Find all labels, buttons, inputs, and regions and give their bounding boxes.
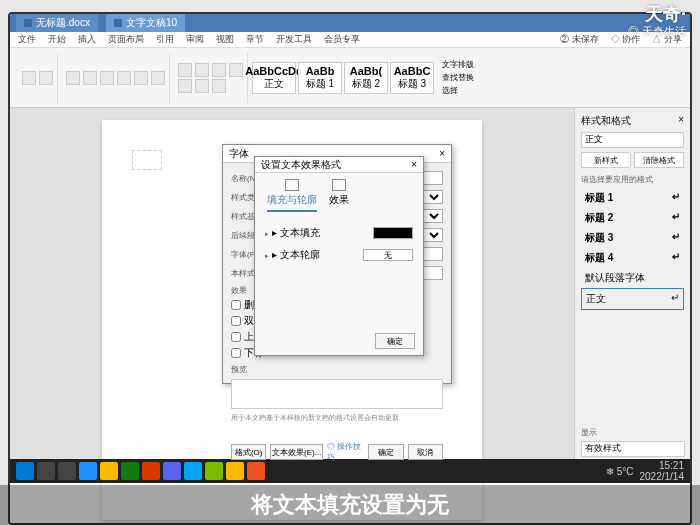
- watermark-sub: ◎ 天奇生活: [628, 24, 686, 39]
- effects-tab-icon: [332, 179, 346, 191]
- styles-pane: 样式和格式× 正文 新样式 清除格式 请选择要应用的格式 标题 1↵ 标题 2↵…: [574, 108, 690, 483]
- menu-home[interactable]: 开始: [48, 33, 66, 46]
- explorer-icon[interactable]: [100, 462, 118, 480]
- window-titlebar: 无标题.docx 文字文稿10: [10, 14, 690, 32]
- app-icon[interactable]: [121, 462, 139, 480]
- preview-box: [231, 379, 443, 409]
- menu-dev[interactable]: 开发工具: [276, 33, 312, 46]
- menu-insert[interactable]: 插入: [78, 33, 96, 46]
- document-tab-1[interactable]: 无标题.docx: [16, 14, 98, 32]
- align-center-btn[interactable]: [195, 63, 209, 77]
- tips-link[interactable]: ◎ 操作技巧: [327, 441, 364, 463]
- indent-btn[interactable]: [178, 79, 192, 93]
- dialog2-ok-button[interactable]: 确定: [375, 333, 415, 349]
- doc-icon: [114, 19, 122, 27]
- fill-color-swatch[interactable]: [373, 227, 413, 239]
- clock-time[interactable]: 15:21: [640, 460, 685, 471]
- font-group: [62, 53, 170, 103]
- paragraph-group: [174, 53, 248, 103]
- menu-vip[interactable]: 会员专享: [324, 33, 360, 46]
- style-item-h1[interactable]: 标题 1↵: [581, 188, 684, 208]
- cancel-button[interactable]: 取消: [408, 444, 443, 460]
- font-color-btn[interactable]: [134, 71, 148, 85]
- select-btn[interactable]: 选择: [442, 85, 474, 96]
- dstrike-check[interactable]: [231, 316, 241, 326]
- clear-format-btn[interactable]: 清除格式: [634, 152, 684, 168]
- style-item-h3[interactable]: 标题 3↵: [581, 228, 684, 248]
- app-icon-4[interactable]: [184, 462, 202, 480]
- text-effects-dialog: 设置文本效果格式× 填充与轮廓 效果 ▸ ▸ 文本填充 ▸ ▸ 文本轮廓 无 确…: [254, 156, 424, 356]
- taskview-icon[interactable]: [58, 462, 76, 480]
- cut-btn[interactable]: [39, 71, 53, 85]
- app-icon-3[interactable]: [163, 462, 181, 480]
- dialog-note: 用于本文档基于本样板的新文档的格式设置会自动更新.: [231, 413, 443, 423]
- menu-sections[interactable]: 章节: [246, 33, 264, 46]
- format-button[interactable]: 格式(O): [231, 444, 266, 460]
- style-item-normal[interactable]: 正文↵: [581, 288, 684, 310]
- search-icon[interactable]: [37, 462, 55, 480]
- text-fill-row[interactable]: ▸ ▸ 文本填充: [265, 222, 413, 244]
- style-normal[interactable]: AaBbCcDd正文: [252, 62, 296, 94]
- text-layout-btn[interactable]: 文字排版: [442, 59, 474, 70]
- menu-view[interactable]: 视图: [216, 33, 234, 46]
- show-select[interactable]: 有效样式: [581, 441, 685, 457]
- document-tab-2[interactable]: 文字文稿10: [106, 14, 185, 32]
- pane-title: 样式和格式×: [581, 114, 684, 128]
- ok-button[interactable]: 确定: [368, 444, 403, 460]
- align-left-btn[interactable]: [178, 63, 192, 77]
- find-replace-btn[interactable]: 查找替换: [442, 72, 474, 83]
- current-style-display[interactable]: 正文: [581, 132, 684, 148]
- menu-layout[interactable]: 页面布局: [108, 33, 144, 46]
- text-effects-button[interactable]: 文本效果(E)...: [270, 444, 323, 460]
- weather-widget[interactable]: ❄ 5°C: [606, 466, 634, 477]
- menu-file[interactable]: 文件: [18, 33, 36, 46]
- close-dialog2-icon[interactable]: ×: [411, 159, 417, 170]
- close-dialog-icon[interactable]: ×: [439, 148, 445, 159]
- edge-icon[interactable]: [79, 462, 97, 480]
- editing-group: 文字排版 查找替换 选择: [438, 53, 478, 103]
- dialog2-titlebar: 设置文本效果格式×: [255, 157, 423, 173]
- bullets-btn[interactable]: [229, 63, 243, 77]
- clipboard-group: [18, 53, 58, 103]
- menu-review[interactable]: 审阅: [186, 33, 204, 46]
- highlight-btn[interactable]: [151, 71, 165, 85]
- doc-icon: [24, 19, 32, 27]
- fill-outline-tab[interactable]: 填充与轮廓: [267, 179, 317, 212]
- style-h2[interactable]: AaBb(标题 2: [344, 62, 388, 94]
- effects-tab[interactable]: 效果: [329, 179, 349, 212]
- bold-btn[interactable]: [66, 71, 80, 85]
- close-pane-icon[interactable]: ×: [678, 114, 684, 128]
- outdent-btn[interactable]: [195, 79, 209, 93]
- text-outline-row[interactable]: ▸ ▸ 文本轮廓 无: [265, 244, 413, 266]
- line-spacing-btn[interactable]: [212, 79, 226, 93]
- save-status: ② 未保存: [560, 33, 599, 46]
- style-item-default[interactable]: 默认段落字体: [581, 268, 684, 288]
- styles-gallery: AaBbCcDd正文 AaBb标题 1 AaBb(标题 2 AaBbC标题 3: [252, 62, 434, 94]
- strike-check[interactable]: [231, 300, 241, 310]
- start-button[interactable]: [16, 462, 34, 480]
- italic-btn[interactable]: [83, 71, 97, 85]
- style-item-h4[interactable]: 标题 4↵: [581, 248, 684, 268]
- align-right-btn[interactable]: [212, 63, 226, 77]
- ribbon-toolbar: AaBbCcDd正文 AaBb标题 1 AaBb(标题 2 AaBbC标题 3 …: [10, 48, 690, 108]
- underline-btn[interactable]: [100, 71, 114, 85]
- style-h1[interactable]: AaBb标题 1: [298, 62, 342, 94]
- paste-btn[interactable]: [22, 71, 36, 85]
- fill-tab-icon: [285, 179, 299, 191]
- preview-label: 预览: [231, 364, 443, 375]
- style-h3[interactable]: AaBbC标题 3: [390, 62, 434, 94]
- page-margin-indicator: [132, 150, 162, 170]
- super-check[interactable]: [231, 332, 241, 342]
- menu-references[interactable]: 引用: [156, 33, 174, 46]
- watermark-brand: 天奇·: [645, 2, 686, 26]
- video-subtitle: 将文本填充设置为无: [0, 485, 700, 525]
- show-label: 显示: [581, 427, 685, 438]
- style-item-h2[interactable]: 标题 2↵: [581, 208, 684, 228]
- new-style-btn[interactable]: 新样式: [581, 152, 631, 168]
- sub-check[interactable]: [231, 348, 241, 358]
- app-icon-5[interactable]: [205, 462, 223, 480]
- outline-value-select[interactable]: 无: [363, 249, 413, 261]
- strike-btn[interactable]: [117, 71, 131, 85]
- app-icon-2[interactable]: [142, 462, 160, 480]
- clock-date: 2022/1/14: [640, 471, 685, 482]
